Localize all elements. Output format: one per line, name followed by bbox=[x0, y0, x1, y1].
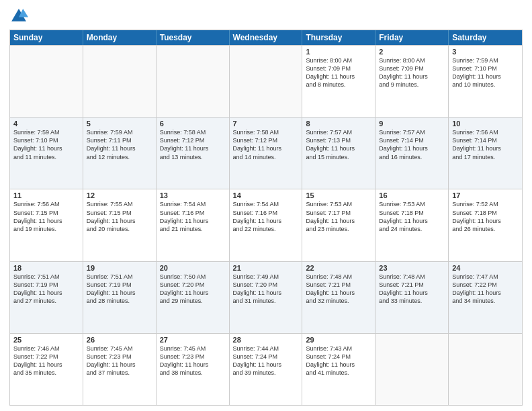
cell-line: Daylight: 11 hours bbox=[87, 217, 152, 225]
cell-line: Sunset: 7:12 PM bbox=[233, 136, 299, 144]
cell-line: Sunrise: 7:52 AM bbox=[452, 200, 519, 208]
cell-line: Daylight: 11 hours bbox=[160, 217, 226, 225]
day-cell-13: 13Sunrise: 7:54 AMSunset: 7:16 PMDayligh… bbox=[157, 189, 230, 261]
calendar-header-row: SundayMondayTuesdayWednesdayThursdayFrid… bbox=[10, 30, 522, 45]
cell-line: Sunrise: 8:00 AM bbox=[306, 56, 371, 64]
cell-line: and 38 minutes. bbox=[160, 369, 226, 377]
day-number: 13 bbox=[160, 191, 226, 199]
cell-line: Sunset: 7:21 PM bbox=[306, 281, 371, 289]
day-cell-17: 17Sunrise: 7:52 AMSunset: 7:18 PMDayligh… bbox=[449, 189, 522, 261]
cell-line: Sunrise: 7:47 AM bbox=[452, 273, 519, 281]
day-cell-12: 12Sunrise: 7:55 AMSunset: 7:15 PMDayligh… bbox=[83, 189, 157, 261]
day-number: 3 bbox=[452, 48, 519, 56]
cell-line: Sunrise: 7:45 AM bbox=[87, 345, 152, 353]
cell-line: Daylight: 11 hours bbox=[452, 289, 519, 297]
day-number: 25 bbox=[13, 336, 79, 344]
day-number: 1 bbox=[306, 48, 371, 56]
cell-line: Daylight: 11 hours bbox=[452, 144, 519, 152]
cell-line: Sunset: 7:19 PM bbox=[13, 281, 79, 289]
cell-line: and 10 minutes. bbox=[452, 81, 519, 89]
cell-line: Sunset: 7:16 PM bbox=[160, 209, 226, 217]
cell-line: Daylight: 11 hours bbox=[160, 361, 226, 369]
cell-line: Sunrise: 7:54 AM bbox=[160, 200, 226, 208]
cell-line: and 23 minutes. bbox=[306, 225, 371, 233]
day-cell-29: 29Sunrise: 7:43 AMSunset: 7:24 PMDayligh… bbox=[302, 334, 375, 405]
cell-line: Sunrise: 7:50 AM bbox=[160, 273, 226, 281]
cell-line: Daylight: 11 hours bbox=[87, 289, 152, 297]
day-number: 26 bbox=[87, 336, 152, 344]
cell-line: Sunrise: 7:59 AM bbox=[87, 128, 152, 136]
day-cell-16: 16Sunrise: 7:53 AMSunset: 7:18 PMDayligh… bbox=[375, 189, 449, 261]
cell-line: Daylight: 11 hours bbox=[233, 361, 299, 369]
day-number: 2 bbox=[379, 48, 445, 56]
cell-line: and 13 minutes. bbox=[160, 153, 226, 161]
day-number: 27 bbox=[160, 336, 226, 344]
cell-line: and 39 minutes. bbox=[233, 369, 299, 377]
logo-icon bbox=[9, 7, 28, 26]
cell-line: Sunrise: 7:53 AM bbox=[306, 200, 371, 208]
cell-line: Sunrise: 7:59 AM bbox=[452, 56, 519, 64]
cell-line: Daylight: 11 hours bbox=[306, 361, 371, 369]
cell-line: and 35 minutes. bbox=[13, 369, 79, 377]
cell-line: Sunrise: 7:56 AM bbox=[452, 128, 519, 136]
header-cell-saturday: Saturday bbox=[449, 30, 522, 45]
cell-line: Sunrise: 7:54 AM bbox=[233, 200, 299, 208]
calendar-row-4: 25Sunrise: 7:46 AMSunset: 7:22 PMDayligh… bbox=[10, 333, 522, 405]
day-number: 4 bbox=[13, 120, 79, 128]
cell-line: Sunrise: 7:49 AM bbox=[233, 273, 299, 281]
cell-line: Sunset: 7:10 PM bbox=[452, 64, 519, 73]
day-cell-20: 20Sunrise: 7:50 AMSunset: 7:20 PMDayligh… bbox=[157, 262, 230, 333]
day-number: 23 bbox=[379, 264, 445, 272]
day-cell-21: 21Sunrise: 7:49 AMSunset: 7:20 PMDayligh… bbox=[230, 262, 303, 333]
header bbox=[9, 7, 523, 26]
cell-line: Daylight: 11 hours bbox=[87, 144, 152, 152]
empty-cell bbox=[449, 334, 522, 405]
cell-line: Daylight: 11 hours bbox=[233, 144, 299, 152]
cell-line: Sunset: 7:18 PM bbox=[452, 209, 519, 217]
cell-line: Daylight: 11 hours bbox=[306, 217, 371, 225]
cell-line: and 14 minutes. bbox=[233, 153, 299, 161]
day-cell-18: 18Sunrise: 7:51 AMSunset: 7:19 PMDayligh… bbox=[10, 262, 83, 333]
cell-line: Sunset: 7:24 PM bbox=[306, 353, 371, 361]
cell-line: Sunset: 7:23 PM bbox=[87, 353, 152, 361]
calendar-row-3: 18Sunrise: 7:51 AMSunset: 7:19 PMDayligh… bbox=[10, 261, 522, 333]
header-cell-sunday: Sunday bbox=[10, 30, 83, 45]
cell-line: Daylight: 11 hours bbox=[306, 73, 371, 81]
day-number: 19 bbox=[87, 264, 152, 272]
header-cell-tuesday: Tuesday bbox=[157, 30, 230, 45]
page: SundayMondayTuesdayWednesdayThursdayFrid… bbox=[0, 0, 532, 411]
day-cell-1: 1Sunrise: 8:00 AMSunset: 7:09 PMDaylight… bbox=[302, 46, 375, 117]
cell-line: Sunrise: 7:44 AM bbox=[233, 345, 299, 353]
cell-line: Sunset: 7:11 PM bbox=[87, 136, 152, 144]
cell-line: Sunset: 7:24 PM bbox=[233, 353, 299, 361]
cell-line: Sunrise: 7:43 AM bbox=[306, 345, 371, 353]
day-cell-9: 9Sunrise: 7:57 AMSunset: 7:14 PMDaylight… bbox=[375, 118, 449, 189]
cell-line: Sunrise: 7:53 AM bbox=[379, 200, 445, 208]
day-cell-25: 25Sunrise: 7:46 AMSunset: 7:22 PMDayligh… bbox=[10, 334, 83, 405]
cell-line: Sunset: 7:22 PM bbox=[13, 353, 79, 361]
cell-line: and 27 minutes. bbox=[13, 297, 79, 305]
cell-line: Sunset: 7:17 PM bbox=[306, 209, 371, 217]
day-number: 16 bbox=[379, 191, 445, 199]
cell-line: and 11 minutes. bbox=[13, 153, 79, 161]
day-number: 24 bbox=[452, 264, 519, 272]
day-cell-14: 14Sunrise: 7:54 AMSunset: 7:16 PMDayligh… bbox=[230, 189, 303, 261]
header-cell-thursday: Thursday bbox=[302, 30, 375, 45]
cell-line: Sunset: 7:21 PM bbox=[379, 281, 445, 289]
day-cell-10: 10Sunrise: 7:56 AMSunset: 7:14 PMDayligh… bbox=[449, 118, 522, 189]
day-number: 21 bbox=[233, 264, 299, 272]
day-number: 12 bbox=[87, 191, 152, 199]
day-cell-11: 11Sunrise: 7:56 AMSunset: 7:15 PMDayligh… bbox=[10, 189, 83, 261]
day-cell-6: 6Sunrise: 7:58 AMSunset: 7:12 PMDaylight… bbox=[157, 118, 230, 189]
empty-cell bbox=[83, 46, 157, 117]
empty-cell bbox=[375, 334, 449, 405]
calendar-row-2: 11Sunrise: 7:56 AMSunset: 7:15 PMDayligh… bbox=[10, 189, 522, 261]
cell-line: Sunrise: 7:55 AM bbox=[87, 200, 152, 208]
cell-line: Daylight: 11 hours bbox=[379, 217, 445, 225]
day-number: 17 bbox=[452, 191, 519, 199]
calendar: SundayMondayTuesdayWednesdayThursdayFrid… bbox=[9, 30, 523, 406]
cell-line: Daylight: 11 hours bbox=[13, 361, 79, 369]
cell-line: Daylight: 11 hours bbox=[379, 73, 445, 81]
cell-line: and 20 minutes. bbox=[87, 225, 152, 233]
cell-line: and 34 minutes. bbox=[452, 297, 519, 305]
